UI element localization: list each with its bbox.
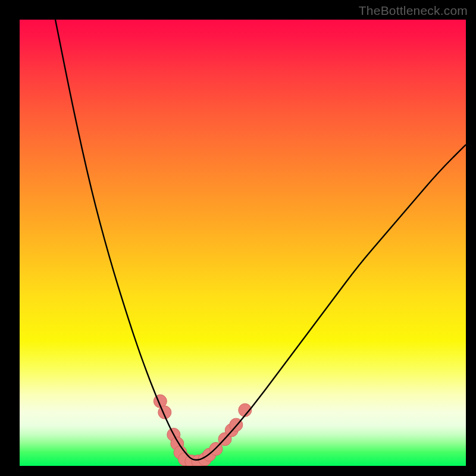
chart-svg bbox=[20, 20, 466, 466]
markers-group bbox=[154, 394, 252, 466]
plot-area bbox=[20, 20, 466, 466]
chart-frame: TheBottleneck.com bbox=[0, 0, 476, 476]
watermark-text: TheBottleneck.com bbox=[359, 4, 468, 18]
bottleneck-curve bbox=[55, 20, 466, 460]
